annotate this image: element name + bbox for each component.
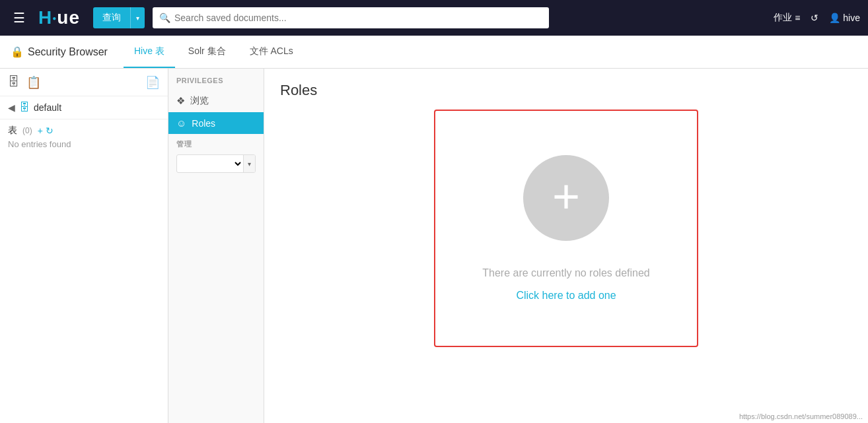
url-bar: https://blog.csdn.net/summer089089... <box>734 410 868 423</box>
refresh-table-icon[interactable]: ↻ <box>46 125 54 136</box>
user-menu[interactable]: 👤 hive <box>829 13 860 23</box>
app-logo: H●ue <box>38 7 80 28</box>
roles-empty-box: + There are currently no roles defined C… <box>434 110 698 347</box>
user-label: hive <box>843 13 860 23</box>
navbar-right: 作业 ≡ ↺ 👤 hive <box>774 12 860 24</box>
roles-empty-text: There are currently no roles defined <box>482 267 649 279</box>
privileges-panel: PRIVILEGES ❖ 浏览 ☺ Roles 管理 ▾ <box>168 69 264 423</box>
database-icon: 🗄 <box>19 102 30 114</box>
logo-ue: ue <box>57 7 80 28</box>
add-role-link[interactable]: Click here to add one <box>516 290 616 302</box>
subheader-title-text: Security Browser <box>28 46 108 58</box>
content-area: Roles + There are currently no roles def… <box>264 69 868 423</box>
logo-h: H <box>38 7 52 28</box>
url-text: https://blog.csdn.net/summer089089... <box>739 412 863 420</box>
query-button[interactable]: 查询 ▾ <box>93 7 145 28</box>
sidebar-header: 🗄 📋 📄 <box>0 69 168 96</box>
database-name: default <box>34 102 61 113</box>
add-circle[interactable]: + <box>523 155 609 241</box>
add-table-icon[interactable]: + <box>38 125 43 136</box>
sidebar-icons: 🗄 📋 <box>8 75 41 90</box>
browse-item[interactable]: ❖ 浏览 <box>168 90 264 112</box>
navbar: ☰ H●ue 查询 ▾ 🔍 作业 ≡ ↺ 👤 hive <box>0 0 868 36</box>
copy-icon[interactable]: 📋 <box>26 75 41 90</box>
roles-icon: ☺ <box>176 117 186 129</box>
sidebar-content: 表 (0) + ↻ No entries found <box>0 119 168 154</box>
lock-icon: 🔒 <box>11 46 24 58</box>
table-section: 表 (0) + ↻ <box>8 125 160 137</box>
tab-hive[interactable]: Hive 表 <box>124 36 175 68</box>
manage-select[interactable] <box>177 158 243 170</box>
tab-solr[interactable]: Solr 集合 <box>178 36 236 68</box>
jobs-label: 作业 <box>774 12 792 24</box>
sidebar-list-icon[interactable]: 📄 <box>145 76 160 89</box>
table-count: (0) <box>22 126 32 135</box>
subheader-tabs: Hive 表 Solr 集合 文件 ACLs <box>124 36 304 68</box>
hamburger-menu[interactable]: ☰ <box>8 7 30 28</box>
dropdown-arrow-icon: ▾ <box>243 155 255 172</box>
database-stack-icon[interactable]: 🗄 <box>8 75 20 89</box>
table-actions: + ↻ <box>38 125 54 136</box>
no-entries-text: No entries found <box>8 139 160 149</box>
roles-label: Roles <box>192 118 215 129</box>
manage-label: 管理 <box>168 134 264 152</box>
plus-icon: + <box>552 172 580 220</box>
browse-label: 浏览 <box>190 95 209 107</box>
privileges-label: PRIVILEGES <box>168 77 264 90</box>
roles-item[interactable]: ☺ Roles <box>168 112 264 134</box>
left-sidebar: 🗄 📋 📄 ◀ 🗄 default 表 (0) + ↻ No entries f… <box>0 69 168 423</box>
jobs-icon: ≡ <box>795 13 800 23</box>
history-button[interactable]: ↺ <box>811 13 818 23</box>
user-icon: 👤 <box>829 13 840 23</box>
security-browser-title: 🔒 Security Browser <box>11 46 108 58</box>
browse-icon: ❖ <box>176 95 185 107</box>
content-title: Roles <box>280 82 852 99</box>
search-icon: 🔍 <box>159 13 170 23</box>
main-layout: 🗄 📋 📄 ◀ 🗄 default 表 (0) + ↻ No entries f… <box>0 69 868 423</box>
sidebar-nav: ◀ 🗄 default <box>0 96 168 119</box>
search-input[interactable] <box>174 13 542 23</box>
sidebar-right-icon: 📄 <box>145 75 160 90</box>
jobs-link[interactable]: 作业 ≡ <box>774 12 800 24</box>
table-label: 表 <box>8 125 17 137</box>
history-icon: ↺ <box>811 13 818 23</box>
subheader: 🔒 Security Browser Hive 表 Solr 集合 文件 ACL… <box>0 36 868 69</box>
tab-acls[interactable]: 文件 ACLs <box>239 36 304 68</box>
back-arrow[interactable]: ◀ <box>8 102 15 113</box>
manage-dropdown[interactable]: ▾ <box>176 154 256 173</box>
query-btn-label: 查询 <box>93 7 131 28</box>
search-bar: 🔍 <box>153 7 549 28</box>
query-btn-arrow[interactable]: ▾ <box>131 7 145 28</box>
